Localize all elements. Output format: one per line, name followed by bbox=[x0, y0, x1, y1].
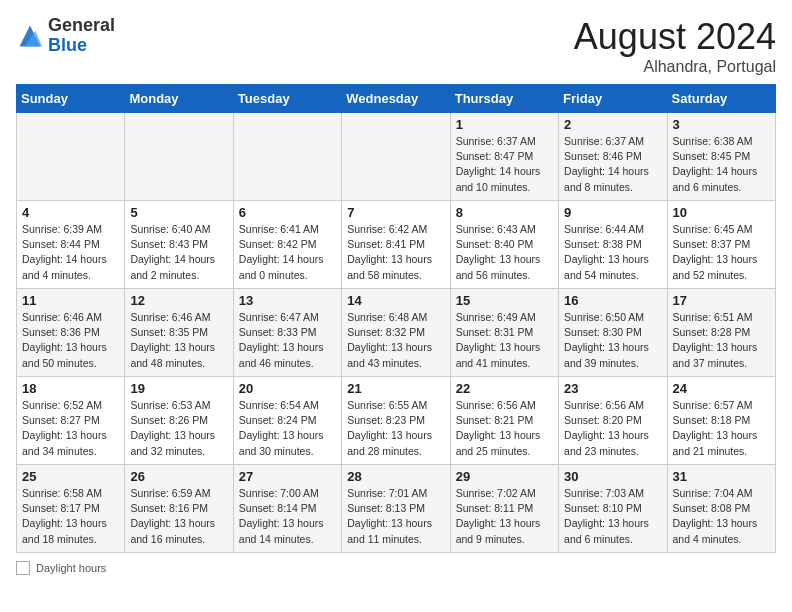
day-info: Sunrise: 6:48 AM Sunset: 8:32 PM Dayligh… bbox=[347, 310, 444, 371]
day-number: 11 bbox=[22, 293, 119, 308]
day-number: 29 bbox=[456, 469, 553, 484]
day-number: 26 bbox=[130, 469, 227, 484]
day-number: 3 bbox=[673, 117, 770, 132]
calendar-week-row: 11Sunrise: 6:46 AM Sunset: 8:36 PM Dayli… bbox=[17, 289, 776, 377]
day-number: 10 bbox=[673, 205, 770, 220]
day-info: Sunrise: 6:38 AM Sunset: 8:45 PM Dayligh… bbox=[673, 134, 770, 195]
day-number: 5 bbox=[130, 205, 227, 220]
day-number: 12 bbox=[130, 293, 227, 308]
logo-blue-text: Blue bbox=[48, 35, 87, 55]
calendar-day-cell: 11Sunrise: 6:46 AM Sunset: 8:36 PM Dayli… bbox=[17, 289, 125, 377]
calendar-day-cell: 24Sunrise: 6:57 AM Sunset: 8:18 PM Dayli… bbox=[667, 377, 775, 465]
day-number: 21 bbox=[347, 381, 444, 396]
calendar-day-cell: 9Sunrise: 6:44 AM Sunset: 8:38 PM Daylig… bbox=[559, 201, 667, 289]
day-number: 15 bbox=[456, 293, 553, 308]
day-number: 27 bbox=[239, 469, 336, 484]
calendar-day-cell: 1Sunrise: 6:37 AM Sunset: 8:47 PM Daylig… bbox=[450, 113, 558, 201]
day-info: Sunrise: 6:57 AM Sunset: 8:18 PM Dayligh… bbox=[673, 398, 770, 459]
location-subtitle: Alhandra, Portugal bbox=[574, 58, 776, 76]
day-number: 2 bbox=[564, 117, 661, 132]
calendar-day-cell: 28Sunrise: 7:01 AM Sunset: 8:13 PM Dayli… bbox=[342, 465, 450, 553]
day-info: Sunrise: 6:56 AM Sunset: 8:21 PM Dayligh… bbox=[456, 398, 553, 459]
day-number: 23 bbox=[564, 381, 661, 396]
day-number: 18 bbox=[22, 381, 119, 396]
calendar-day-cell: 5Sunrise: 6:40 AM Sunset: 8:43 PM Daylig… bbox=[125, 201, 233, 289]
day-info: Sunrise: 7:04 AM Sunset: 8:08 PM Dayligh… bbox=[673, 486, 770, 547]
calendar-day-cell: 10Sunrise: 6:45 AM Sunset: 8:37 PM Dayli… bbox=[667, 201, 775, 289]
day-info: Sunrise: 6:52 AM Sunset: 8:27 PM Dayligh… bbox=[22, 398, 119, 459]
day-info: Sunrise: 6:55 AM Sunset: 8:23 PM Dayligh… bbox=[347, 398, 444, 459]
page-header: General Blue August 2024 Alhandra, Portu… bbox=[16, 16, 776, 76]
calendar-day-cell: 8Sunrise: 6:43 AM Sunset: 8:40 PM Daylig… bbox=[450, 201, 558, 289]
calendar-day-cell: 15Sunrise: 6:49 AM Sunset: 8:31 PM Dayli… bbox=[450, 289, 558, 377]
day-info: Sunrise: 6:47 AM Sunset: 8:33 PM Dayligh… bbox=[239, 310, 336, 371]
daylight-box bbox=[16, 561, 30, 575]
calendar-day-cell: 2Sunrise: 6:37 AM Sunset: 8:46 PM Daylig… bbox=[559, 113, 667, 201]
calendar-day-header: Friday bbox=[559, 85, 667, 113]
day-number: 20 bbox=[239, 381, 336, 396]
calendar-day-header: Tuesday bbox=[233, 85, 341, 113]
day-number: 9 bbox=[564, 205, 661, 220]
calendar-table: SundayMondayTuesdayWednesdayThursdayFrid… bbox=[16, 84, 776, 553]
day-number: 22 bbox=[456, 381, 553, 396]
day-info: Sunrise: 6:54 AM Sunset: 8:24 PM Dayligh… bbox=[239, 398, 336, 459]
calendar-day-cell: 21Sunrise: 6:55 AM Sunset: 8:23 PM Dayli… bbox=[342, 377, 450, 465]
day-info: Sunrise: 6:42 AM Sunset: 8:41 PM Dayligh… bbox=[347, 222, 444, 283]
calendar-day-cell: 6Sunrise: 6:41 AM Sunset: 8:42 PM Daylig… bbox=[233, 201, 341, 289]
day-info: Sunrise: 6:43 AM Sunset: 8:40 PM Dayligh… bbox=[456, 222, 553, 283]
month-year-title: August 2024 bbox=[574, 16, 776, 58]
title-block: August 2024 Alhandra, Portugal bbox=[574, 16, 776, 76]
calendar-day-cell: 31Sunrise: 7:04 AM Sunset: 8:08 PM Dayli… bbox=[667, 465, 775, 553]
calendar-day-cell: 20Sunrise: 6:54 AM Sunset: 8:24 PM Dayli… bbox=[233, 377, 341, 465]
calendar-day-cell: 19Sunrise: 6:53 AM Sunset: 8:26 PM Dayli… bbox=[125, 377, 233, 465]
day-info: Sunrise: 7:00 AM Sunset: 8:14 PM Dayligh… bbox=[239, 486, 336, 547]
calendar-day-cell: 23Sunrise: 6:56 AM Sunset: 8:20 PM Dayli… bbox=[559, 377, 667, 465]
day-info: Sunrise: 6:41 AM Sunset: 8:42 PM Dayligh… bbox=[239, 222, 336, 283]
day-info: Sunrise: 6:46 AM Sunset: 8:36 PM Dayligh… bbox=[22, 310, 119, 371]
day-number: 14 bbox=[347, 293, 444, 308]
day-number: 19 bbox=[130, 381, 227, 396]
calendar-day-cell: 3Sunrise: 6:38 AM Sunset: 8:45 PM Daylig… bbox=[667, 113, 775, 201]
calendar-day-cell: 7Sunrise: 6:42 AM Sunset: 8:41 PM Daylig… bbox=[342, 201, 450, 289]
day-number: 7 bbox=[347, 205, 444, 220]
day-info: Sunrise: 6:58 AM Sunset: 8:17 PM Dayligh… bbox=[22, 486, 119, 547]
calendar-day-cell: 25Sunrise: 6:58 AM Sunset: 8:17 PM Dayli… bbox=[17, 465, 125, 553]
day-info: Sunrise: 6:53 AM Sunset: 8:26 PM Dayligh… bbox=[130, 398, 227, 459]
calendar-day-cell: 13Sunrise: 6:47 AM Sunset: 8:33 PM Dayli… bbox=[233, 289, 341, 377]
calendar-day-header: Wednesday bbox=[342, 85, 450, 113]
calendar-day-cell bbox=[233, 113, 341, 201]
calendar-day-header: Thursday bbox=[450, 85, 558, 113]
calendar-day-header: Monday bbox=[125, 85, 233, 113]
calendar-week-row: 4Sunrise: 6:39 AM Sunset: 8:44 PM Daylig… bbox=[17, 201, 776, 289]
day-info: Sunrise: 6:44 AM Sunset: 8:38 PM Dayligh… bbox=[564, 222, 661, 283]
day-number: 16 bbox=[564, 293, 661, 308]
logo-general-text: General bbox=[48, 15, 115, 35]
calendar-week-row: 25Sunrise: 6:58 AM Sunset: 8:17 PM Dayli… bbox=[17, 465, 776, 553]
day-number: 6 bbox=[239, 205, 336, 220]
logo-icon bbox=[16, 22, 44, 50]
day-info: Sunrise: 6:37 AM Sunset: 8:47 PM Dayligh… bbox=[456, 134, 553, 195]
day-number: 17 bbox=[673, 293, 770, 308]
day-info: Sunrise: 7:02 AM Sunset: 8:11 PM Dayligh… bbox=[456, 486, 553, 547]
day-info: Sunrise: 6:39 AM Sunset: 8:44 PM Dayligh… bbox=[22, 222, 119, 283]
calendar-day-cell: 30Sunrise: 7:03 AM Sunset: 8:10 PM Dayli… bbox=[559, 465, 667, 553]
calendar-day-cell: 29Sunrise: 7:02 AM Sunset: 8:11 PM Dayli… bbox=[450, 465, 558, 553]
calendar-day-cell: 18Sunrise: 6:52 AM Sunset: 8:27 PM Dayli… bbox=[17, 377, 125, 465]
day-info: Sunrise: 6:59 AM Sunset: 8:16 PM Dayligh… bbox=[130, 486, 227, 547]
day-info: Sunrise: 6:56 AM Sunset: 8:20 PM Dayligh… bbox=[564, 398, 661, 459]
daylight-label: Daylight hours bbox=[36, 562, 106, 574]
day-number: 24 bbox=[673, 381, 770, 396]
calendar-day-header: Saturday bbox=[667, 85, 775, 113]
calendar-day-cell: 22Sunrise: 6:56 AM Sunset: 8:21 PM Dayli… bbox=[450, 377, 558, 465]
calendar-day-cell: 14Sunrise: 6:48 AM Sunset: 8:32 PM Dayli… bbox=[342, 289, 450, 377]
calendar-day-cell: 17Sunrise: 6:51 AM Sunset: 8:28 PM Dayli… bbox=[667, 289, 775, 377]
day-number: 28 bbox=[347, 469, 444, 484]
day-info: Sunrise: 6:51 AM Sunset: 8:28 PM Dayligh… bbox=[673, 310, 770, 371]
day-number: 4 bbox=[22, 205, 119, 220]
day-number: 13 bbox=[239, 293, 336, 308]
day-info: Sunrise: 6:49 AM Sunset: 8:31 PM Dayligh… bbox=[456, 310, 553, 371]
day-info: Sunrise: 6:40 AM Sunset: 8:43 PM Dayligh… bbox=[130, 222, 227, 283]
day-info: Sunrise: 7:03 AM Sunset: 8:10 PM Dayligh… bbox=[564, 486, 661, 547]
day-info: Sunrise: 6:46 AM Sunset: 8:35 PM Dayligh… bbox=[130, 310, 227, 371]
calendar-day-cell bbox=[17, 113, 125, 201]
